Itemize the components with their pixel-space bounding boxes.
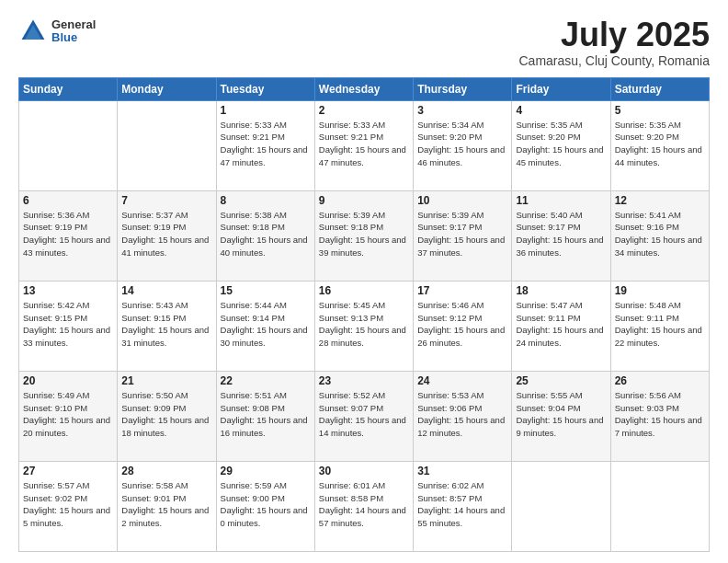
logo-text: General Blue bbox=[51, 18, 96, 45]
table-row: 16Sunrise: 5:45 AM Sunset: 9:13 PM Dayli… bbox=[314, 281, 413, 371]
day-info: Sunrise: 5:56 AM Sunset: 9:03 PM Dayligh… bbox=[615, 389, 705, 440]
day-info: Sunrise: 5:35 AM Sunset: 9:20 PM Dayligh… bbox=[516, 119, 606, 169]
day-number: 10 bbox=[417, 194, 507, 207]
day-info: Sunrise: 5:45 AM Sunset: 9:13 PM Dayligh… bbox=[319, 299, 409, 350]
title-block: July 2025 Camarasu, Cluj County, Romania bbox=[519, 17, 711, 68]
day-number: 25 bbox=[516, 374, 606, 387]
day-info: Sunrise: 5:51 AM Sunset: 9:08 PM Dayligh… bbox=[221, 389, 311, 440]
day-info: Sunrise: 5:57 AM Sunset: 9:02 PM Dayligh… bbox=[23, 479, 113, 530]
table-row: 3Sunrise: 5:34 AM Sunset: 9:20 PM Daylig… bbox=[414, 100, 512, 190]
table-row: 27Sunrise: 5:57 AM Sunset: 9:02 PM Dayli… bbox=[19, 461, 118, 551]
day-info: Sunrise: 6:01 AM Sunset: 8:58 PM Dayligh… bbox=[319, 479, 409, 530]
table-row bbox=[19, 100, 118, 190]
table-row bbox=[512, 461, 610, 551]
table-row: 20Sunrise: 5:49 AM Sunset: 9:10 PM Dayli… bbox=[19, 371, 118, 461]
day-number: 6 bbox=[23, 194, 113, 207]
day-info: Sunrise: 5:47 AM Sunset: 9:11 PM Dayligh… bbox=[516, 299, 606, 350]
col-friday: Friday bbox=[512, 77, 610, 100]
day-info: Sunrise: 5:37 AM Sunset: 9:19 PM Dayligh… bbox=[121, 209, 211, 259]
day-number: 15 bbox=[221, 284, 311, 297]
day-info: Sunrise: 5:50 AM Sunset: 9:09 PM Dayligh… bbox=[121, 389, 211, 440]
logo: General Blue bbox=[18, 17, 96, 46]
col-sunday: Sunday bbox=[19, 77, 118, 100]
table-row: 28Sunrise: 5:58 AM Sunset: 9:01 PM Dayli… bbox=[118, 461, 216, 551]
calendar-week-row: 1Sunrise: 5:33 AM Sunset: 9:21 PM Daylig… bbox=[19, 100, 710, 190]
table-row: 2Sunrise: 5:33 AM Sunset: 9:21 PM Daylig… bbox=[314, 100, 413, 190]
day-number: 13 bbox=[23, 284, 113, 297]
day-number: 16 bbox=[319, 284, 409, 297]
day-info: Sunrise: 5:36 AM Sunset: 9:19 PM Dayligh… bbox=[23, 209, 113, 259]
day-info: Sunrise: 5:40 AM Sunset: 9:17 PM Dayligh… bbox=[516, 209, 606, 259]
day-number: 14 bbox=[121, 284, 211, 297]
day-number: 28 bbox=[121, 465, 211, 477]
main-title: July 2025 bbox=[519, 17, 711, 53]
day-info: Sunrise: 5:59 AM Sunset: 9:00 PM Dayligh… bbox=[221, 479, 311, 530]
table-row: 8Sunrise: 5:38 AM Sunset: 9:18 PM Daylig… bbox=[216, 190, 314, 281]
logo-icon bbox=[18, 17, 48, 46]
table-row: 29Sunrise: 5:59 AM Sunset: 9:00 PM Dayli… bbox=[216, 461, 314, 551]
day-number: 4 bbox=[516, 104, 606, 117]
table-row: 7Sunrise: 5:37 AM Sunset: 9:19 PM Daylig… bbox=[118, 190, 216, 281]
calendar-week-row: 20Sunrise: 5:49 AM Sunset: 9:10 PM Dayli… bbox=[19, 371, 710, 461]
day-info: Sunrise: 5:48 AM Sunset: 9:11 PM Dayligh… bbox=[615, 299, 705, 350]
day-info: Sunrise: 5:38 AM Sunset: 9:18 PM Dayligh… bbox=[221, 209, 311, 259]
day-info: Sunrise: 5:58 AM Sunset: 9:01 PM Dayligh… bbox=[121, 479, 211, 530]
day-info: Sunrise: 5:41 AM Sunset: 9:16 PM Dayligh… bbox=[615, 209, 705, 259]
day-number: 5 bbox=[615, 104, 705, 117]
day-info: Sunrise: 6:02 AM Sunset: 8:57 PM Dayligh… bbox=[417, 479, 507, 530]
day-info: Sunrise: 5:55 AM Sunset: 9:04 PM Dayligh… bbox=[516, 389, 606, 440]
day-info: Sunrise: 5:43 AM Sunset: 9:15 PM Dayligh… bbox=[121, 299, 211, 350]
table-row: 6Sunrise: 5:36 AM Sunset: 9:19 PM Daylig… bbox=[19, 190, 118, 281]
logo-general-text: General bbox=[51, 18, 96, 31]
day-info: Sunrise: 5:52 AM Sunset: 9:07 PM Dayligh… bbox=[319, 389, 409, 440]
table-row: 1Sunrise: 5:33 AM Sunset: 9:21 PM Daylig… bbox=[216, 100, 314, 190]
day-number: 22 bbox=[221, 374, 311, 387]
table-row: 12Sunrise: 5:41 AM Sunset: 9:16 PM Dayli… bbox=[610, 190, 709, 281]
day-info: Sunrise: 5:49 AM Sunset: 9:10 PM Dayligh… bbox=[23, 389, 113, 440]
day-number: 27 bbox=[23, 465, 113, 477]
day-number: 3 bbox=[417, 104, 507, 117]
day-number: 31 bbox=[417, 465, 507, 477]
day-info: Sunrise: 5:42 AM Sunset: 9:15 PM Dayligh… bbox=[23, 299, 113, 350]
day-number: 29 bbox=[221, 465, 311, 477]
day-info: Sunrise: 5:33 AM Sunset: 9:21 PM Dayligh… bbox=[319, 119, 409, 169]
day-number: 23 bbox=[319, 374, 409, 387]
page: General Blue July 2025 Camarasu, Cluj Co… bbox=[0, 0, 728, 563]
day-number: 24 bbox=[417, 374, 507, 387]
day-number: 30 bbox=[319, 465, 409, 477]
col-thursday: Thursday bbox=[414, 77, 512, 100]
table-row: 23Sunrise: 5:52 AM Sunset: 9:07 PM Dayli… bbox=[314, 371, 413, 461]
day-number: 20 bbox=[23, 374, 113, 387]
table-row: 14Sunrise: 5:43 AM Sunset: 9:15 PM Dayli… bbox=[118, 281, 216, 371]
day-number: 17 bbox=[417, 284, 507, 297]
col-saturday: Saturday bbox=[610, 77, 709, 100]
table-row: 31Sunrise: 6:02 AM Sunset: 8:57 PM Dayli… bbox=[414, 461, 512, 551]
table-row bbox=[610, 461, 709, 551]
table-row: 11Sunrise: 5:40 AM Sunset: 9:17 PM Dayli… bbox=[512, 190, 610, 281]
table-row: 30Sunrise: 6:01 AM Sunset: 8:58 PM Dayli… bbox=[314, 461, 413, 551]
day-info: Sunrise: 5:46 AM Sunset: 9:12 PM Dayligh… bbox=[417, 299, 507, 350]
table-row: 18Sunrise: 5:47 AM Sunset: 9:11 PM Dayli… bbox=[512, 281, 610, 371]
table-row: 5Sunrise: 5:35 AM Sunset: 9:20 PM Daylig… bbox=[610, 100, 709, 190]
table-row: 4Sunrise: 5:35 AM Sunset: 9:20 PM Daylig… bbox=[512, 100, 610, 190]
calendar-header-row: Sunday Monday Tuesday Wednesday Thursday… bbox=[19, 77, 710, 100]
table-row: 22Sunrise: 5:51 AM Sunset: 9:08 PM Dayli… bbox=[216, 371, 314, 461]
subtitle: Camarasu, Cluj County, Romania bbox=[519, 53, 711, 68]
table-row: 19Sunrise: 5:48 AM Sunset: 9:11 PM Dayli… bbox=[610, 281, 709, 371]
table-row: 17Sunrise: 5:46 AM Sunset: 9:12 PM Dayli… bbox=[414, 281, 512, 371]
table-row: 25Sunrise: 5:55 AM Sunset: 9:04 PM Dayli… bbox=[512, 371, 610, 461]
logo-blue-text: Blue bbox=[51, 31, 96, 44]
col-monday: Monday bbox=[118, 77, 216, 100]
table-row: 15Sunrise: 5:44 AM Sunset: 9:14 PM Dayli… bbox=[216, 281, 314, 371]
day-number: 11 bbox=[516, 194, 606, 207]
day-info: Sunrise: 5:35 AM Sunset: 9:20 PM Dayligh… bbox=[615, 119, 705, 169]
day-info: Sunrise: 5:39 AM Sunset: 9:17 PM Dayligh… bbox=[417, 209, 507, 259]
day-number: 26 bbox=[615, 374, 705, 387]
table-row: 24Sunrise: 5:53 AM Sunset: 9:06 PM Dayli… bbox=[414, 371, 512, 461]
table-row: 13Sunrise: 5:42 AM Sunset: 9:15 PM Dayli… bbox=[19, 281, 118, 371]
col-wednesday: Wednesday bbox=[314, 77, 413, 100]
table-row: 26Sunrise: 5:56 AM Sunset: 9:03 PM Dayli… bbox=[610, 371, 709, 461]
table-row bbox=[118, 100, 216, 190]
day-number: 21 bbox=[121, 374, 211, 387]
table-row: 9Sunrise: 5:39 AM Sunset: 9:18 PM Daylig… bbox=[314, 190, 413, 281]
